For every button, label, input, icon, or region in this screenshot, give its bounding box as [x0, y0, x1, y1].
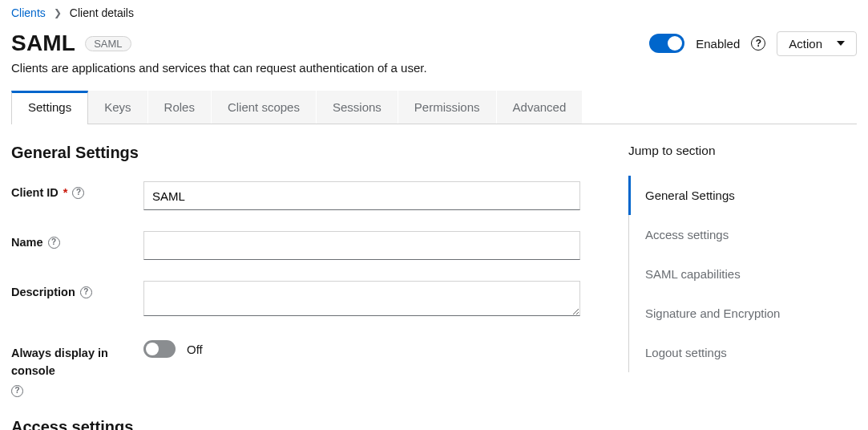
breadcrumb-root-link[interactable]: Clients [11, 6, 46, 19]
protocol-chip: SAML [85, 36, 131, 51]
always-display-label: Always display in console ? [11, 340, 143, 397]
tab-settings[interactable]: Settings [11, 91, 88, 124]
tab-sessions[interactable]: Sessions [317, 91, 398, 124]
page-header: SAML SAML Enabled ? Action [11, 30, 857, 56]
page-title: SAML [11, 30, 75, 56]
page-subtitle: Clients are applications and services th… [11, 61, 857, 75]
name-label: Name ? [11, 231, 143, 249]
jump-item-access-settings[interactable]: Access settings [629, 215, 853, 254]
description-textarea[interactable] [143, 281, 580, 316]
help-icon[interactable]: ? [80, 286, 92, 298]
tab-advanced[interactable]: Advanced [497, 91, 583, 124]
action-dropdown[interactable]: Action [777, 31, 857, 56]
help-icon[interactable]: ? [11, 385, 23, 397]
action-dropdown-label: Action [789, 37, 822, 51]
breadcrumb-current: Client details [70, 6, 134, 19]
required-indicator: * [63, 186, 68, 199]
name-input[interactable] [143, 231, 580, 260]
help-icon[interactable]: ? [751, 36, 765, 51]
tab-permissions[interactable]: Permissions [398, 91, 497, 124]
description-label: Description ? [11, 281, 143, 298]
always-display-toggle[interactable] [143, 340, 176, 358]
enabled-toggle[interactable] [649, 34, 684, 53]
help-icon[interactable]: ? [48, 237, 60, 249]
client-id-input[interactable] [143, 181, 580, 210]
tab-keys[interactable]: Keys [88, 91, 147, 124]
caret-down-icon [837, 41, 845, 46]
always-display-toggle-label: Off [187, 343, 203, 356]
section-title-access: Access settings [11, 418, 604, 431]
jump-item-saml-capabilities[interactable]: SAML capabilities [629, 254, 853, 294]
settings-form: General Settings Client ID * ? Name ? [11, 144, 604, 430]
jump-item-signature-encryption[interactable]: Signature and Encryption [629, 294, 853, 333]
tab-roles[interactable]: Roles [148, 91, 212, 124]
jump-item-logout-settings[interactable]: Logout settings [629, 333, 853, 372]
jump-item-general-settings[interactable]: General Settings [628, 176, 853, 215]
chevron-right-icon: ❯ [54, 7, 62, 18]
breadcrumb: Clients ❯ Client details [11, 3, 857, 30]
client-id-label: Client ID * ? [11, 181, 143, 199]
section-title-general: General Settings [11, 144, 604, 162]
jump-nav-title: Jump to section [628, 144, 853, 158]
jump-nav: Jump to section General Settings Access … [628, 144, 853, 430]
tab-client-scopes[interactable]: Client scopes [212, 91, 317, 124]
tab-bar: Settings Keys Roles Client scopes Sessio… [11, 91, 857, 124]
help-icon[interactable]: ? [72, 187, 84, 199]
enabled-toggle-label: Enabled [696, 37, 740, 51]
